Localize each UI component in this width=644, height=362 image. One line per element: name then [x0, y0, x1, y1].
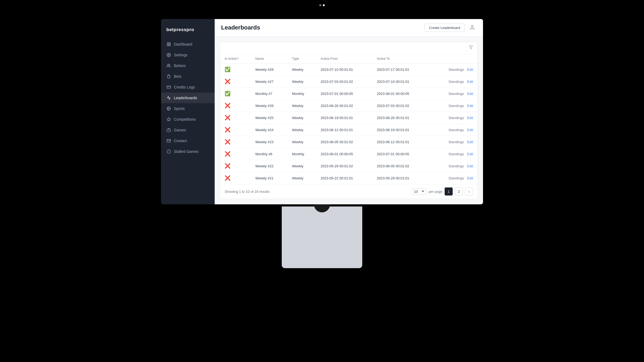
sidebar-item-credits-logs[interactable]: Credits Logs — [161, 82, 215, 93]
status-inactive-icon: ❌ — [225, 103, 230, 109]
cell-active-to: 2023-06-05 00:01:02 — [372, 160, 429, 172]
cell-actions: Standings Edit — [429, 112, 477, 124]
cell-actions: Standings Edit — [429, 160, 477, 172]
cell-type: Monthly — [288, 88, 316, 100]
sidebar-label-bets: Bets — [174, 74, 181, 79]
table-row: ❌ Weekly #22 Weekly 2023-05-29 00:01:02 … — [220, 160, 477, 172]
cell-active-from: 2023-06-12 00:01:01 — [316, 124, 373, 136]
cell-name: Weekly #24 — [251, 124, 288, 136]
filter-icon[interactable] — [469, 45, 473, 51]
edit-link[interactable]: Edit — [467, 176, 473, 180]
sidebar-item-dashboard[interactable]: Dashboard — [161, 39, 215, 50]
status-active-icon: ✅ — [225, 67, 230, 72]
svg-rect-1 — [169, 43, 170, 44]
per-page-select[interactable]: 10 25 50 100 — [412, 188, 427, 195]
page-next-button[interactable]: › — [465, 187, 473, 195]
sidebar-label-games: Games — [174, 128, 186, 132]
col-active-from: Active From — [316, 54, 373, 64]
cell-actions: Standings Edit — [429, 100, 477, 112]
cell-type: Weekly — [288, 64, 316, 76]
sports-icon — [166, 106, 171, 111]
table-row: ❌ Weekly #23 Weekly 2023-06-05 00:01:02 … — [220, 136, 477, 148]
standings-link[interactable]: Standings — [448, 92, 464, 96]
header-actions: Create Leaderboard — [425, 23, 477, 32]
cell-is-active: ❌ — [220, 112, 251, 124]
cell-active-from: 2023-06-01 00:00:05 — [316, 148, 373, 160]
standings-link[interactable]: Standings — [448, 80, 464, 84]
sidebar-nav: Dashboard Settings — [161, 39, 215, 157]
table-row: ❌ Weekly #27 Weekly 2023-07-03 00:01:02 … — [220, 76, 477, 88]
cell-type: Weekly — [288, 76, 316, 88]
credits-logs-icon — [166, 85, 171, 90]
cell-is-active: ❌ — [220, 172, 251, 184]
cell-active-from: 2023-07-10 00:01:01 — [316, 64, 373, 76]
edit-link[interactable]: Edit — [467, 80, 473, 84]
standings-link[interactable]: Standings — [448, 140, 464, 144]
cell-active-from: 2023-05-22 00:01:01 — [316, 172, 373, 184]
bettors-icon — [166, 63, 171, 68]
svg-rect-3 — [167, 45, 169, 46]
sidebar-label-stalled-games: Stalled Games — [174, 149, 199, 154]
cell-active-to: 2023-06-26 00:01:01 — [372, 112, 429, 124]
sidebar-item-contact[interactable]: Contact — [161, 135, 215, 146]
stalled-games-icon — [166, 149, 171, 154]
svg-rect-2 — [169, 45, 170, 46]
cell-actions: Standings Edit — [429, 88, 477, 100]
sidebar-item-bettors[interactable]: Bettors — [161, 60, 215, 71]
dot-1 — [319, 4, 321, 6]
standings-link[interactable]: Standings — [448, 116, 464, 120]
app-wrapper: betpresspro Dashboard Se — [161, 19, 483, 204]
sidebar-item-sports[interactable]: Sports — [161, 103, 215, 114]
page-2-button[interactable]: 2 — [455, 187, 463, 195]
cell-active-to: 2023-07-17 00:01:01 — [372, 64, 429, 76]
status-inactive-icon: ❌ — [225, 115, 230, 121]
user-profile-button[interactable] — [468, 23, 477, 32]
standings-link[interactable]: Standings — [448, 68, 464, 72]
sidebar-item-games[interactable]: Games — [161, 125, 215, 135]
sidebar-item-settings[interactable]: Settings — [161, 50, 215, 60]
page-1-button[interactable]: 1 — [445, 187, 453, 195]
cell-actions: Standings Edit — [429, 64, 477, 76]
cell-active-to: 2023-07-01 00:00:05 — [372, 148, 429, 160]
pagination-info: Showing 1 to 10 of 18 results — [225, 190, 270, 194]
edit-link[interactable]: Edit — [467, 116, 473, 120]
sidebar-item-competitions[interactable]: Competitions — [161, 114, 215, 125]
standings-link[interactable]: Standings — [448, 176, 464, 180]
competitions-icon — [166, 117, 171, 122]
standings-link[interactable]: Standings — [448, 128, 464, 132]
edit-link[interactable]: Edit — [467, 92, 473, 96]
cell-is-active: ✅ — [220, 64, 251, 76]
standings-link[interactable]: Standings — [448, 152, 464, 156]
sidebar-label-settings: Settings — [174, 53, 188, 57]
edit-link[interactable]: Edit — [467, 152, 473, 156]
table-row: ✅ Weekly #28 Weekly 2023-07-10 00:01:01 … — [220, 64, 477, 76]
sidebar-label-competitions: Competitions — [174, 117, 196, 121]
edit-link[interactable]: Edit — [467, 128, 473, 132]
cell-name: Weekly #28 — [251, 64, 288, 76]
table-row: ❌ Monthly #6 Monthly 2023-06-01 00:00:05… — [220, 148, 477, 160]
status-inactive-icon: ❌ — [225, 79, 230, 84]
cell-actions: Standings Edit — [429, 172, 477, 184]
table-toolbar — [220, 42, 477, 54]
cell-name: Weekly #26 — [251, 100, 288, 112]
main-content: Leaderboards Create Leaderboard — [215, 19, 483, 204]
cell-active-from: 2023-07-03 00:01:02 — [316, 76, 373, 88]
edit-link[interactable]: Edit — [467, 104, 473, 108]
edit-link[interactable]: Edit — [467, 140, 473, 144]
cell-active-from: 2023-06-05 00:01:02 — [316, 136, 373, 148]
create-leaderboard-button[interactable]: Create Leaderboard — [425, 24, 465, 32]
sidebar: betpresspro Dashboard Se — [161, 19, 215, 204]
sidebar-item-stalled-games[interactable]: Stalled Games — [161, 146, 215, 157]
edit-link[interactable]: Edit — [467, 164, 473, 168]
status-inactive-icon: ❌ — [225, 175, 230, 181]
standings-link[interactable]: Standings — [448, 164, 464, 168]
cell-type: Weekly — [288, 124, 316, 136]
per-page-label: per page — [429, 190, 442, 194]
games-icon — [166, 128, 171, 132]
sidebar-item-bets[interactable]: Bets — [161, 71, 215, 82]
sidebar-item-leaderboards[interactable]: Leaderboards — [161, 93, 215, 103]
table-header-row: Is Active? Name Type Active From Active … — [220, 54, 477, 64]
cell-is-active: ❌ — [220, 100, 251, 112]
standings-link[interactable]: Standings — [448, 104, 464, 108]
edit-link[interactable]: Edit — [467, 68, 473, 72]
